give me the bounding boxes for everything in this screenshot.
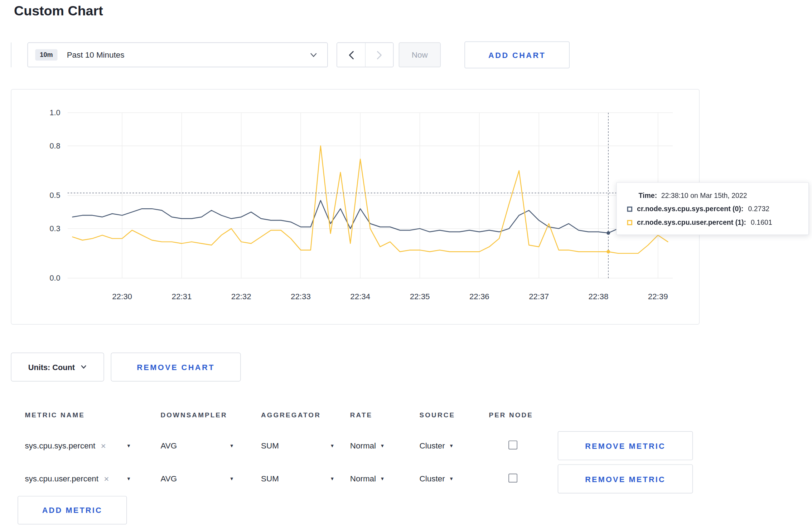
rate-value: Normal bbox=[350, 474, 376, 484]
metrics-table: METRIC NAME DOWNSAMPLER AGGREGATOR RATE … bbox=[11, 400, 700, 495]
remove-chart-button[interactable]: REMOVE CHART bbox=[111, 353, 241, 382]
y-tick-label: 0.3 bbox=[49, 224, 60, 233]
downsampler-select[interactable]: AVG ▼ bbox=[160, 441, 234, 450]
remove-metric-button[interactable]: REMOVE METRIC bbox=[558, 464, 693, 493]
caret-down-icon: ▼ bbox=[380, 443, 385, 448]
actions-cell: REMOVE METRIC bbox=[558, 431, 700, 460]
clear-metric-icon[interactable]: ✕ bbox=[101, 442, 106, 450]
x-tick-label: 22:38 bbox=[589, 292, 609, 301]
source-value: Cluster bbox=[420, 441, 445, 450]
tooltip-time-label: Time: bbox=[638, 191, 657, 199]
chevron-left-icon bbox=[348, 50, 354, 59]
caret-down-icon: ▼ bbox=[449, 443, 454, 448]
chart-panel: 1.00.80.50.30.022:3022:3122:3222:3322:34… bbox=[11, 89, 700, 325]
hover-point bbox=[606, 250, 610, 253]
time-nav-group bbox=[337, 43, 393, 67]
tooltip-time: Time:22:38:10 on Mar 15th, 2022 bbox=[627, 191, 798, 199]
chevron-down-icon bbox=[310, 53, 317, 57]
metric-row: sys.cpu.user.percent ✕ ▼ AVG ▼ SUM ▼ Nor… bbox=[11, 462, 700, 496]
aggregator-select[interactable]: SUM ▼ bbox=[261, 441, 334, 450]
metric-name-select[interactable]: sys.cpu.sys.percent ✕ ▼ bbox=[25, 441, 131, 450]
metric-name-value: sys.cpu.user.percent bbox=[25, 474, 98, 484]
caret-down-icon: ▼ bbox=[126, 443, 131, 448]
col-header-aggregator: AGGREGATOR bbox=[261, 411, 350, 419]
y-tick-label: 0.0 bbox=[49, 273, 60, 282]
aggregator-select[interactable]: SUM ▼ bbox=[261, 474, 334, 484]
x-tick-label: 22:37 bbox=[529, 292, 549, 301]
series-swatch-icon bbox=[627, 220, 632, 225]
col-header-metric-name: METRIC NAME bbox=[25, 411, 160, 419]
caret-down-icon: ▼ bbox=[330, 443, 334, 448]
caret-down-icon: ▼ bbox=[126, 476, 131, 481]
tooltip-series-value: 0.2732 bbox=[748, 205, 769, 213]
rate-select[interactable]: Normal ▼ bbox=[350, 441, 420, 450]
caret-down-icon: ▼ bbox=[380, 476, 385, 481]
chevron-right-icon bbox=[377, 50, 382, 59]
time-range-badge: 10m bbox=[35, 49, 57, 60]
clear-metric-icon[interactable]: ✕ bbox=[104, 475, 110, 483]
tooltip-time-value: 22:38:10 on Mar 15th, 2022 bbox=[661, 191, 747, 199]
metrics-table-header: METRIC NAME DOWNSAMPLER AGGREGATOR RATE … bbox=[11, 400, 700, 429]
metric-name-value: sys.cpu.sys.percent bbox=[25, 441, 95, 450]
x-tick-label: 22:39 bbox=[648, 292, 668, 301]
custom-chart-page: Custom Chart 10m Past 10 Minutes Now ADD… bbox=[0, 0, 812, 529]
x-tick-label: 22:32 bbox=[231, 292, 251, 301]
now-button[interactable]: Now bbox=[399, 43, 441, 67]
prev-time-button[interactable] bbox=[337, 43, 365, 67]
y-tick-label: 0.5 bbox=[49, 191, 60, 200]
per-node-checkbox[interactable] bbox=[508, 474, 517, 482]
col-header-downsampler: DOWNSAMPLER bbox=[160, 411, 261, 419]
x-tick-label: 22:36 bbox=[469, 292, 489, 301]
aggregator-value: SUM bbox=[261, 474, 279, 484]
chart-tooltip: Time:22:38:10 on Mar 15th, 2022 cr.node.… bbox=[616, 182, 809, 235]
downsampler-value: AVG bbox=[160, 441, 177, 450]
metric-name-select[interactable]: sys.cpu.user.percent ✕ ▼ bbox=[25, 474, 131, 484]
next-time-button[interactable] bbox=[365, 43, 393, 67]
tooltip-series-value: 0.1601 bbox=[751, 218, 772, 226]
series-swatch-icon bbox=[627, 206, 632, 211]
page-title: Custom Chart bbox=[14, 3, 103, 19]
toolbar: 10m Past 10 Minutes Now ADD CHART bbox=[11, 42, 570, 69]
metric-row: sys.cpu.sys.percent ✕ ▼ AVG ▼ SUM ▼ Norm… bbox=[11, 429, 700, 462]
downsampler-select[interactable]: AVG ▼ bbox=[160, 474, 234, 484]
y-tick-label: 0.8 bbox=[49, 141, 60, 150]
toolbar-divider bbox=[11, 43, 11, 67]
per-node-cell bbox=[489, 440, 557, 451]
caret-down-icon: ▼ bbox=[229, 476, 234, 481]
x-tick-label: 22:35 bbox=[410, 292, 430, 301]
tooltip-series-name: cr.node.sys.cpu.sys.percent (0): bbox=[637, 205, 743, 213]
source-select[interactable]: Cluster ▼ bbox=[420, 441, 489, 450]
col-header-rate: RATE bbox=[350, 411, 420, 419]
col-header-per-node: PER NODE bbox=[489, 411, 557, 419]
series-line-1 bbox=[73, 146, 668, 253]
per-node-cell bbox=[489, 474, 557, 484]
add-metric-button[interactable]: ADD METRIC bbox=[18, 496, 127, 525]
tooltip-series-name: cr.node.sys.cpu.user.percent (1): bbox=[637, 218, 746, 226]
caret-down-icon: ▼ bbox=[330, 476, 334, 481]
col-header-source: SOURCE bbox=[420, 411, 489, 419]
add-chart-button[interactable]: ADD CHART bbox=[464, 42, 570, 68]
x-tick-label: 22:34 bbox=[350, 292, 370, 301]
time-range-select[interactable]: 10m Past 10 Minutes bbox=[28, 43, 328, 67]
source-select[interactable]: Cluster ▼ bbox=[420, 474, 489, 484]
aggregator-value: SUM bbox=[261, 441, 279, 450]
x-tick-label: 22:30 bbox=[112, 292, 132, 301]
x-tick-label: 22:33 bbox=[291, 292, 311, 301]
y-tick-label: 1.0 bbox=[49, 108, 60, 117]
units-select[interactable]: Units: Count bbox=[11, 353, 104, 382]
rate-value: Normal bbox=[350, 441, 376, 450]
x-tick-label: 22:31 bbox=[171, 292, 192, 301]
actions-cell: REMOVE METRIC bbox=[558, 464, 700, 493]
timeseries-chart[interactable]: 1.00.80.50.30.022:3022:3122:3222:3322:34… bbox=[11, 89, 699, 324]
rate-select[interactable]: Normal ▼ bbox=[350, 474, 420, 484]
per-node-checkbox[interactable] bbox=[508, 440, 517, 449]
remove-metric-button[interactable]: REMOVE METRIC bbox=[558, 431, 693, 460]
time-range-label: Past 10 Minutes bbox=[67, 50, 125, 59]
caret-down-icon: ▼ bbox=[229, 443, 234, 448]
tooltip-series-row: cr.node.sys.cpu.sys.percent (0): 0.2732 bbox=[627, 205, 798, 213]
hover-point bbox=[606, 231, 610, 235]
source-value: Cluster bbox=[420, 474, 445, 484]
caret-down-icon: ▼ bbox=[449, 476, 454, 481]
units-label: Units: Count bbox=[28, 363, 75, 372]
tooltip-series-row: cr.node.sys.cpu.user.percent (1): 0.1601 bbox=[627, 218, 798, 226]
